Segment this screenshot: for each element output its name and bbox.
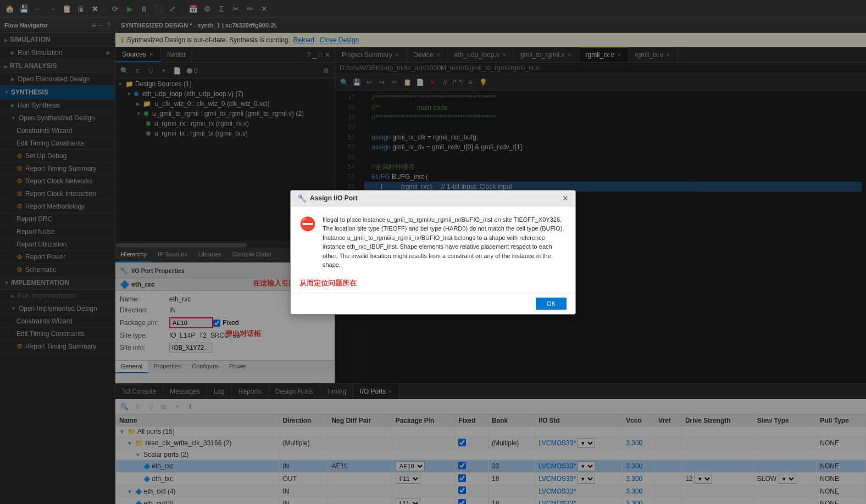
modal-header: 🔧 Assign I/O Port ✕ [291, 191, 575, 206]
modal-header-icon: 🔧 [297, 194, 307, 203]
modal-title: Assign I/O Port [310, 194, 358, 202]
modal-annotation-row: 从而定位问题所在 [291, 278, 575, 293]
assign-io-port-dialog: 🔧 Assign I/O Port ✕ ⛔ Illegal to place i… [290, 190, 576, 315]
modal-message: Illegal to place instance u_gmii_to_rgmi… [323, 215, 567, 270]
modal-body: ⛔ Illegal to place instance u_gmii_to_rg… [291, 206, 575, 278]
modal-footer: OK [291, 293, 575, 314]
modal-close-icon[interactable]: ✕ [562, 194, 569, 203]
modal-overlay[interactable]: 🔧 Assign I/O Port ✕ ⛔ Illegal to place i… [0, 0, 866, 504]
modal-error-icon: ⛔ [299, 216, 316, 232]
modal-annotation-locate: 从而定位问题所在 [299, 278, 357, 288]
modal-ok-button[interactable]: OK [536, 298, 567, 310]
